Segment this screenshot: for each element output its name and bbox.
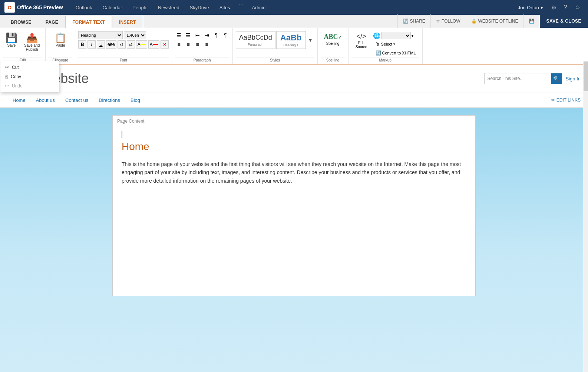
nav-admin[interactable]: Admin xyxy=(247,0,271,15)
heading-style-select[interactable]: Heading xyxy=(78,31,123,39)
ribbon-group-paragraph: ☰ ☰ ⇤ ⇥ ¶ ¶ ≡ ≡ ≡ ≡ Paragraph xyxy=(172,28,233,64)
nav-home[interactable]: Home xyxy=(7,93,31,107)
save-button-alt[interactable]: 💾 xyxy=(523,14,540,28)
settings-icon[interactable]: ⚙ xyxy=(548,4,559,11)
remove-format-button[interactable]: ✕ xyxy=(161,40,169,49)
nav-calendar[interactable]: Calendar xyxy=(98,0,128,15)
edit-source-button[interactable]: </> Edit Source xyxy=(352,31,371,50)
search-input[interactable] xyxy=(485,74,551,83)
edit-links-button[interactable]: ✏ EDIT LINKS xyxy=(551,97,581,103)
ordered-list-button[interactable]: ☰ xyxy=(184,31,192,39)
content-editor[interactable]: Home This is the home page of your websi… xyxy=(113,125,475,296)
help-icon[interactable]: ? xyxy=(561,4,570,11)
strikethrough-button[interactable]: abc xyxy=(106,40,116,49)
nav-outlook[interactable]: Outlook xyxy=(70,0,98,15)
style-paragraph[interactable]: AaBbCcDd Paragraph xyxy=(236,31,275,49)
nav-directions[interactable]: Directions xyxy=(93,93,125,107)
tab-browse[interactable]: BROWSE xyxy=(4,16,39,28)
subscript-button[interactable]: x2 xyxy=(118,40,126,49)
style-para-label: Paragraph xyxy=(248,43,263,46)
app-logo[interactable]: O Office 365 Preview xyxy=(4,2,63,13)
follow-button[interactable]: ☆ FOLLOW xyxy=(430,14,466,28)
nav-contact[interactable]: Contact us xyxy=(60,93,93,107)
language-select[interactable] xyxy=(381,32,411,39)
spelling-group-content: ABC✓ Spelling xyxy=(321,30,345,57)
indent-button[interactable]: ⇥ xyxy=(203,31,211,39)
account-icon[interactable]: ☺ xyxy=(572,4,584,11)
scrollbar-thumb[interactable] xyxy=(584,62,588,91)
paste-button[interactable]: 📋 Paste xyxy=(52,31,69,49)
save-button[interactable]: 💾 Save xyxy=(3,31,20,49)
underline-button[interactable]: U xyxy=(97,40,105,49)
tab-page[interactable]: PAGE xyxy=(39,16,65,28)
styles-dropdown-arrow[interactable]: ▼ xyxy=(307,31,314,49)
tab-format-text[interactable]: FORMAT TEXT xyxy=(65,16,112,28)
scrollbar-right[interactable] xyxy=(583,61,588,372)
font-group-label: Font xyxy=(78,57,168,63)
nav-blog[interactable]: Blog xyxy=(125,93,145,107)
highlight-button[interactable]: A xyxy=(136,40,147,49)
save-icon-sm: 💾 xyxy=(529,19,535,24)
bold-button[interactable]: B xyxy=(78,40,86,49)
font-style-row: Heading 1.46em xyxy=(78,31,146,39)
clipboard-group-content: 📋 Paste xyxy=(52,30,69,57)
edit-group-content: 💾 Save 📤 Save and Publish xyxy=(3,30,42,57)
ribbon-group-font: Heading 1.46em B I U abc x2 x2 A A xyxy=(75,28,172,64)
style-para-preview: AaBbCcDd xyxy=(239,34,272,42)
font-color-button[interactable]: A xyxy=(148,40,159,49)
editor-body[interactable]: This is the home page of your website an… xyxy=(122,160,466,185)
nav-people[interactable]: People xyxy=(127,0,152,15)
editor-heading[interactable]: Home xyxy=(122,141,466,153)
unordered-list-button[interactable]: ☰ xyxy=(175,31,183,39)
outdent-button[interactable]: ⇤ xyxy=(194,31,202,39)
undo-menu-item[interactable]: ↩ Undo xyxy=(0,81,59,90)
app-name: Office 365 Preview xyxy=(17,4,63,10)
ribbon-tab-bar: BROWSE PAGE FORMAT TEXT INSERT 🔄 SHARE ☆… xyxy=(0,15,588,28)
align-center-button[interactable]: ≡ xyxy=(184,40,192,49)
search-button[interactable]: 🔍 xyxy=(551,73,562,84)
style-heading1[interactable]: AaBb Heading 1 xyxy=(276,31,306,49)
website-area: ❮❮ Website 🔍 Sign In Home About us Conta… xyxy=(0,64,588,372)
superscript-button[interactable]: x2 xyxy=(127,40,135,49)
share-button[interactable]: 🔄 SHARE xyxy=(397,14,430,28)
nav-more[interactable]: ... xyxy=(235,0,247,15)
nav-about[interactable]: About us xyxy=(31,93,60,107)
align-left-button[interactable]: ≡ xyxy=(175,40,183,49)
nav-links: Outlook Calendar People Newsfeed SkyDriv… xyxy=(70,0,514,15)
edit-links-icon: ✏ xyxy=(551,97,555,103)
copy-menu-item[interactable]: ⎘ Copy xyxy=(0,72,59,81)
ribbon-group-spelling: ABC✓ Spelling Spelling xyxy=(318,28,348,64)
header-right: 🔍 Sign In xyxy=(484,73,581,84)
nav-newsfeed[interactable]: Newsfeed xyxy=(153,0,185,15)
save-close-button[interactable]: SAVE & CLOSE xyxy=(540,14,588,28)
cut-menu-item[interactable]: ✂ Cut xyxy=(0,63,59,72)
ribbon-actions: 🔄 SHARE ☆ FOLLOW 🔒 WEBSITE OFFLINE 💾 SAV… xyxy=(397,14,588,28)
convert-button[interactable]: 🔄 Convert to XHTML xyxy=(373,49,419,57)
rtl-button[interactable]: ¶ xyxy=(212,31,220,39)
align-justify-button[interactable]: ≡ xyxy=(203,40,211,49)
tab-insert[interactable]: INSERT xyxy=(112,16,143,28)
select-button[interactable]: 🖱 Select ▾ xyxy=(373,40,419,48)
markup-top-row: </> Edit Source 🌐 ▾ 🖱 Select ▾ xyxy=(352,31,419,57)
font-size-select[interactable]: 1.46em xyxy=(124,31,146,39)
highlight-color-bar xyxy=(141,44,146,45)
nav-sites[interactable]: Sites xyxy=(214,0,235,15)
ribbon-group-edit: 💾 Save 📤 Save and Publish Edit ✂ Cut ⎘ C… xyxy=(0,28,46,64)
header-top: ❮❮ Website 🔍 Sign In xyxy=(0,64,588,93)
markup-group-content: </> Edit Source 🌐 ▾ 🖱 Select ▾ xyxy=(352,30,419,57)
website-offline-button[interactable]: 🔒 WEBSITE OFFLINE xyxy=(466,14,523,28)
save-publish-icon: 📤 xyxy=(26,33,38,43)
nav-skydrive[interactable]: SkyDrive xyxy=(185,0,214,15)
nav-user[interactable]: Jon Orton ▾ xyxy=(514,5,547,10)
sign-in-link[interactable]: Sign In xyxy=(566,76,581,82)
paste-icon: 📋 xyxy=(54,33,66,43)
align-right-button[interactable]: ≡ xyxy=(194,40,202,49)
spelling-button[interactable]: ABC✓ Spelling xyxy=(321,31,345,47)
save-publish-button[interactable]: 📤 Save and Publish xyxy=(22,31,42,53)
ribbon-group-clipboard: 📋 Paste Clipboard xyxy=(46,28,75,64)
undo-icon: ↩ xyxy=(5,83,9,89)
italic-button[interactable]: I xyxy=(87,40,96,49)
font-color-bar xyxy=(153,44,158,45)
ltr-button[interactable]: ¶ xyxy=(221,31,229,39)
editor-cursor xyxy=(122,131,122,138)
